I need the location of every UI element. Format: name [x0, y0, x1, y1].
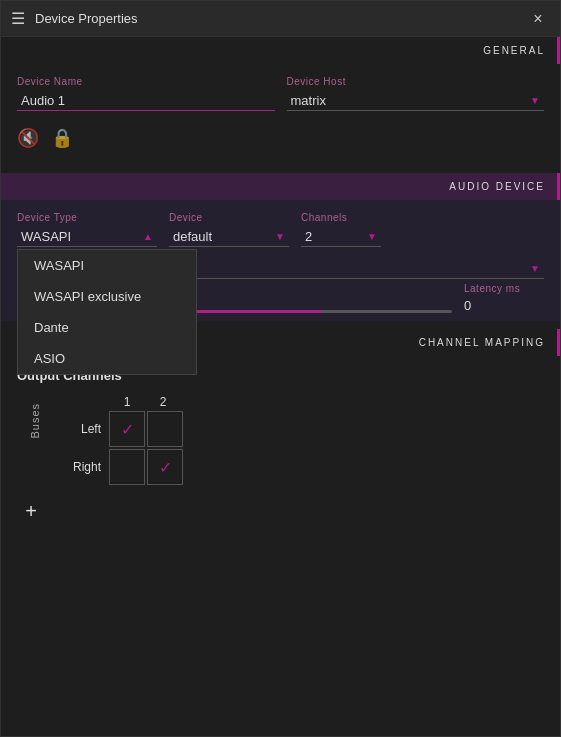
device-type-dropdown-menu: WASAPI WASAPI exclusive Dante ASIO [17, 249, 197, 375]
latency-value: 0 [464, 298, 544, 313]
hamburger-icon[interactable]: ☰ [11, 9, 25, 28]
device-host-label: Device Host [287, 76, 545, 87]
audio-device-fields: Device Type WASAPI WASAPI exclusive Dant… [1, 200, 560, 259]
channels-group: Channels 2 4 8 ▼ [301, 212, 381, 247]
mute-icon[interactable]: 🔇 [17, 127, 39, 149]
device-properties-window: ☰ Device Properties × GENERAL Device Nam… [0, 0, 561, 737]
audio-device-section-label: AUDIO DEVICE [449, 181, 545, 192]
device-group: Device default ▼ [169, 212, 289, 247]
device-type-select[interactable]: WASAPI WASAPI exclusive Dante ASIO [17, 227, 157, 246]
mapping-cell-right-2[interactable]: ✓ [147, 449, 183, 485]
general-icons: 🔇 🔒 [1, 119, 560, 165]
main-content: GENERAL Device Name Device Host matrix l… [1, 37, 560, 736]
close-button[interactable]: × [526, 7, 550, 31]
mapping-row-right: Right ✓ [57, 449, 185, 485]
window-title: Device Properties [35, 11, 526, 26]
device-name-input[interactable] [17, 91, 275, 111]
mapping-row-left: Left ✓ [57, 411, 185, 447]
device-host-select[interactable]: matrix localhost remote [287, 91, 545, 110]
buses-label: Buses [29, 403, 41, 439]
buses-label-area: Buses [17, 395, 53, 439]
row-label-right: Right [57, 460, 109, 474]
device-host-group: Device Host matrix localhost remote ▼ [287, 76, 545, 111]
mapping-cell-left-1[interactable]: ✓ [109, 411, 145, 447]
device-type-group: Device Type WASAPI WASAPI exclusive Dant… [17, 212, 157, 247]
general-section-label: GENERAL [483, 45, 545, 56]
col-header-2: 2 [145, 395, 181, 409]
channels-label: Channels [301, 212, 381, 223]
device-type-label: Device Type [17, 212, 157, 223]
audio-device-section-header: AUDIO DEVICE [1, 173, 560, 200]
channels-select[interactable]: 2 4 8 [301, 227, 381, 246]
device-select[interactable]: default [169, 227, 289, 246]
device-select-wrapper: default ▼ [169, 227, 289, 247]
dropdown-item-dante[interactable]: Dante [18, 312, 196, 343]
device-name-label: Device Name [17, 76, 275, 87]
add-bus-button[interactable]: + [17, 497, 45, 525]
mapping-grid: 1 2 Left ✓ Right ✓ [57, 395, 185, 487]
dropdown-item-asio[interactable]: ASIO [18, 343, 196, 374]
col-header-1: 1 [109, 395, 145, 409]
dropdown-item-wasapi-exclusive[interactable]: WASAPI exclusive [18, 281, 196, 312]
audio-device-section: AUDIO DEVICE Device Type WASAPI WASAPI e… [1, 173, 560, 321]
latency-label: Latency ms [464, 283, 544, 294]
device-name-group: Device Name [17, 76, 275, 111]
row-label-left: Left [57, 422, 109, 436]
dropdown-item-wasapi[interactable]: WASAPI [18, 250, 196, 281]
mapping-table: Buses 1 2 Left ✓ Right [17, 395, 544, 487]
general-section: GENERAL Device Name Device Host matrix l… [1, 37, 560, 165]
title-bar: ☰ Device Properties × [1, 1, 560, 37]
latency-group: Latency ms 0 [464, 283, 544, 313]
device-label: Device [169, 212, 289, 223]
general-fields: Device Name Device Host matrix localhost… [1, 64, 560, 119]
mapping-cell-left-2[interactable] [147, 411, 183, 447]
channels-select-wrapper: 2 4 8 ▼ [301, 227, 381, 247]
col-headers: 1 2 [109, 395, 185, 409]
lock-icon[interactable]: 🔒 [51, 127, 73, 149]
mapping-cell-right-1[interactable] [109, 449, 145, 485]
channel-mapping-content: Output Channels Buses 1 2 Left ✓ [1, 356, 560, 537]
device-type-select-wrapper[interactable]: WASAPI WASAPI exclusive Dante ASIO ▲ [17, 227, 157, 247]
channel-mapping-section-label: CHANNEL MAPPING [419, 337, 545, 348]
general-section-header: GENERAL [1, 37, 560, 64]
device-host-select-wrapper: matrix localhost remote ▼ [287, 91, 545, 111]
